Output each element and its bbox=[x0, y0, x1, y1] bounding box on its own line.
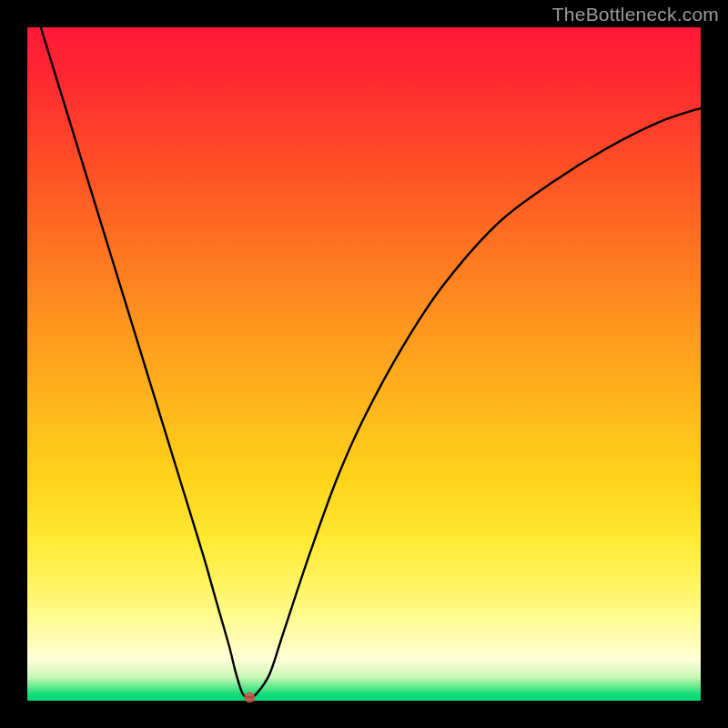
minimum-marker bbox=[244, 692, 255, 703]
chart-stage: TheBottleneck.com bbox=[0, 0, 728, 728]
curve-svg bbox=[27, 27, 701, 701]
watermark-text: TheBottleneck.com bbox=[552, 4, 719, 25]
bottleneck-curve-path bbox=[41, 27, 701, 697]
plot-area bbox=[27, 27, 701, 701]
